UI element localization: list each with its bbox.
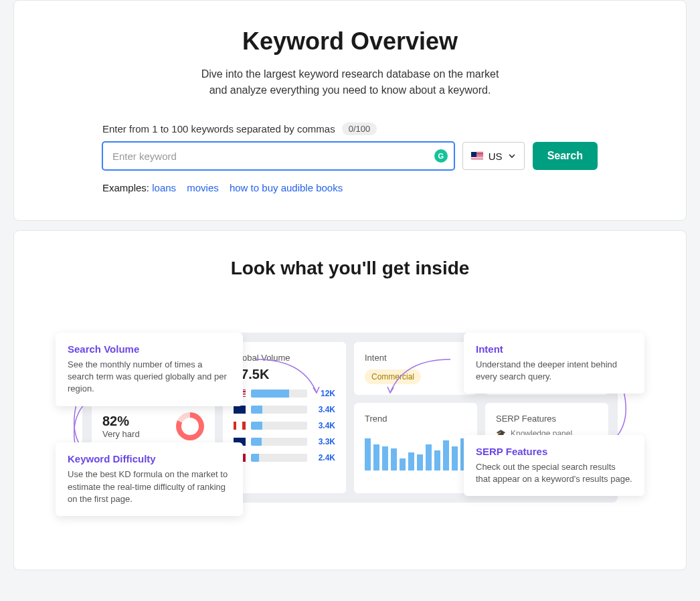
inside-heading: Look what you'll get inside bbox=[34, 258, 666, 279]
trend-bar bbox=[391, 448, 397, 470]
chevron-down-icon bbox=[508, 151, 516, 162]
callout-desc: Use the best KD formula on the market to… bbox=[68, 468, 231, 505]
subtitle-line-2: and analyze everything you need to know … bbox=[34, 82, 666, 98]
examples-label: Examples: bbox=[102, 182, 149, 193]
trend-bar bbox=[434, 450, 440, 470]
callout-title: Keyword Difficulty bbox=[68, 453, 231, 464]
uk-flag-icon bbox=[234, 406, 246, 414]
global-volume-row: 3.4K bbox=[234, 421, 335, 430]
example-link[interactable]: how to buy audible books bbox=[230, 182, 343, 193]
examples-row: Examples: loans movies how to buy audibl… bbox=[102, 182, 598, 193]
kd-text: Very hard bbox=[102, 429, 140, 439]
callout-keyword-difficulty: Keyword Difficulty Use the best KD formu… bbox=[56, 442, 243, 516]
keyword-counter: 0/100 bbox=[342, 122, 377, 135]
intent-badge: Commercial bbox=[365, 369, 421, 384]
trend-bar bbox=[400, 458, 406, 470]
trend-bar bbox=[426, 444, 432, 470]
trend-bar bbox=[452, 446, 458, 470]
global-volume-row: 3.4K bbox=[234, 405, 335, 414]
country-select[interactable]: US bbox=[462, 142, 525, 170]
ca-flag-icon bbox=[234, 422, 246, 430]
volume-bar-value: 3.4K bbox=[313, 405, 335, 414]
kd-value: 82% bbox=[102, 414, 140, 429]
example-link[interactable]: loans bbox=[152, 182, 176, 193]
global-volume-row: 3.3K bbox=[234, 437, 335, 446]
callout-serp-features: SERP Features Check out the special sear… bbox=[464, 435, 644, 496]
trend-bar bbox=[373, 444, 379, 470]
callout-search-volume: Search Volume See the monthly number of … bbox=[56, 333, 243, 406]
callout-title: Search Volume bbox=[68, 343, 231, 355]
keyword-hint: Enter from 1 to 100 keywords separated b… bbox=[102, 123, 335, 135]
callout-title: SERP Features bbox=[476, 446, 632, 457]
inside-card: Look what you'll get inside Search Volum… bbox=[13, 230, 687, 570]
widget-label: Trend bbox=[365, 414, 466, 424]
volume-bar bbox=[251, 422, 307, 430]
callout-desc: Check out the special search results tha… bbox=[476, 461, 632, 485]
volume-bar bbox=[251, 454, 307, 462]
global-value: 17.5K bbox=[234, 367, 335, 382]
callout-intent: Intent Understand the deeper intent behi… bbox=[464, 333, 644, 394]
page-title: Keyword Overview bbox=[34, 27, 666, 56]
preview-area: Search Volume See the monthly number of … bbox=[56, 333, 644, 503]
volume-bar bbox=[251, 438, 307, 446]
global-volume-row: 2.4K bbox=[234, 453, 335, 462]
widget-trend: Trend bbox=[354, 403, 477, 493]
volume-bar bbox=[251, 390, 307, 398]
widget-label: Global Volume bbox=[234, 353, 335, 363]
us-flag-icon bbox=[471, 152, 483, 160]
trend-bar bbox=[417, 454, 423, 470]
trend-bar bbox=[443, 440, 449, 470]
grammarly-icon: G bbox=[434, 149, 448, 163]
keyword-input[interactable] bbox=[102, 142, 454, 170]
callout-desc: See the monthly number of times a search… bbox=[68, 359, 231, 396]
widget-label: SERP Features bbox=[496, 414, 598, 424]
global-volume-row: 12K bbox=[234, 389, 335, 398]
trend-bar bbox=[408, 452, 414, 470]
subtitle-line-1: Dive into the largest keyword research d… bbox=[34, 66, 666, 82]
search-section: Enter from 1 to 100 keywords separated b… bbox=[102, 122, 598, 193]
volume-bar-value: 3.4K bbox=[313, 421, 335, 430]
country-label: US bbox=[489, 151, 503, 162]
volume-bar-value: 3.3K bbox=[313, 437, 335, 446]
volume-bar bbox=[251, 406, 307, 414]
widget-label: Intent bbox=[365, 353, 466, 363]
trend-bar bbox=[365, 438, 371, 470]
search-button[interactable]: Search bbox=[533, 142, 598, 170]
volume-bar-value: 12K bbox=[313, 389, 335, 398]
hero-card: Keyword Overview Dive into the largest k… bbox=[13, 0, 687, 221]
trend-bar bbox=[382, 446, 388, 470]
callout-desc: Understand the deeper intent behind ever… bbox=[476, 359, 632, 383]
callout-title: Intent bbox=[476, 343, 632, 355]
example-link[interactable]: movies bbox=[187, 182, 219, 193]
volume-bar-value: 2.4K bbox=[313, 453, 335, 462]
donut-chart-icon bbox=[176, 412, 204, 440]
widget-intent: Intent Commercial bbox=[354, 342, 477, 395]
